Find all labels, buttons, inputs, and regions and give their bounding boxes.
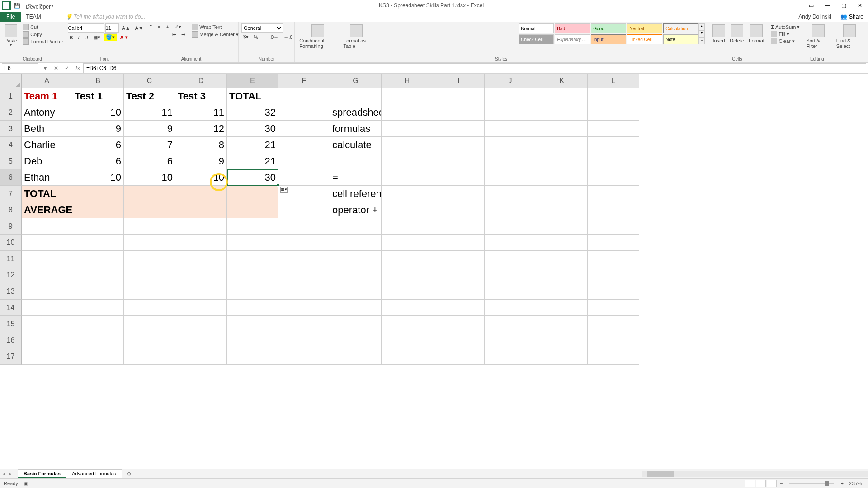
cell-K16[interactable]: [536, 332, 588, 348]
zoom-out-button[interactable]: −: [777, 481, 785, 486]
new-sheet-button[interactable]: ⊕: [125, 471, 134, 477]
cell-F14[interactable]: [278, 300, 330, 316]
fill-button[interactable]: Fill ▾: [769, 30, 802, 38]
cell-J11[interactable]: [485, 251, 536, 267]
cell-E15[interactable]: [227, 316, 278, 332]
col-header-J[interactable]: J: [485, 74, 536, 88]
cell-J1[interactable]: [485, 88, 536, 104]
row-header-17[interactable]: 17: [0, 348, 22, 365]
style-check-cell[interactable]: Check Cell: [519, 34, 554, 44]
underline-button[interactable]: U: [83, 34, 90, 41]
cell-E5[interactable]: 21: [227, 153, 278, 169]
cell-B15[interactable]: [72, 316, 124, 332]
cell-F12[interactable]: [278, 267, 330, 283]
spreadsheet-grid[interactable]: ABCDEFGHIJKL 1234567891011121314151617 T…: [0, 74, 868, 469]
formula-input[interactable]: [83, 63, 866, 73]
sheet-tab-advanced-formulas[interactable]: Advanced Formulas: [66, 469, 122, 478]
cell-F11[interactable]: [278, 251, 330, 267]
cell-H12[interactable]: [382, 267, 433, 283]
cell-J6[interactable]: [485, 169, 536, 186]
cell-H7[interactable]: [382, 186, 433, 202]
merge-center-button[interactable]: Merge & Center ▾: [190, 31, 241, 38]
name-box[interactable]: [2, 63, 38, 73]
cell-D3[interactable]: 12: [175, 121, 227, 137]
row-header-11[interactable]: 11: [0, 251, 22, 267]
wrap-text-button[interactable]: Wrap Text: [190, 23, 241, 31]
cell-L2[interactable]: [588, 104, 639, 121]
cell-L3[interactable]: [588, 121, 639, 137]
sheet-nav-next[interactable]: ▸: [7, 471, 14, 477]
cell-I12[interactable]: [433, 267, 485, 283]
cell-L8[interactable]: [588, 202, 639, 218]
cell-E1[interactable]: TOTAL: [227, 88, 278, 104]
cell-H5[interactable]: [382, 153, 433, 169]
row-header-3[interactable]: 3: [0, 121, 22, 137]
cell-C15[interactable]: [124, 316, 175, 332]
cell-F9[interactable]: [278, 218, 330, 235]
insert-cells-button[interactable]: Insert: [711, 23, 727, 44]
cell-I14[interactable]: [433, 300, 485, 316]
style-input[interactable]: Input: [591, 34, 626, 44]
cell-L7[interactable]: [588, 186, 639, 202]
cell-G2[interactable]: spreadsheets: [330, 104, 382, 121]
cell-B6[interactable]: 10: [72, 169, 124, 186]
cell-J3[interactable]: [485, 121, 536, 137]
row-headers[interactable]: 1234567891011121314151617: [0, 88, 22, 365]
enter-formula-button[interactable]: ✓: [61, 63, 72, 73]
row-header-14[interactable]: 14: [0, 300, 22, 316]
cell-B12[interactable]: [72, 267, 124, 283]
cell-F8[interactable]: [278, 202, 330, 218]
cell-F17[interactable]: [278, 348, 330, 365]
cell-K4[interactable]: [536, 137, 588, 153]
cell-H1[interactable]: [382, 88, 433, 104]
cell-L10[interactable]: [588, 235, 639, 251]
close-button[interactable]: ✕: [852, 0, 868, 11]
cell-G1[interactable]: [330, 88, 382, 104]
cell-L15[interactable]: [588, 316, 639, 332]
delete-cells-button[interactable]: Delete: [728, 23, 746, 44]
row-header-8[interactable]: 8: [0, 202, 22, 218]
cell-E11[interactable]: [227, 251, 278, 267]
cell-C3[interactable]: 9: [124, 121, 175, 137]
cell-D11[interactable]: [175, 251, 227, 267]
cell-G5[interactable]: [330, 153, 382, 169]
cell-C13[interactable]: [124, 283, 175, 300]
cell-F4[interactable]: [278, 137, 330, 153]
cell-C4[interactable]: 7: [124, 137, 175, 153]
cell-D9[interactable]: [175, 218, 227, 235]
cell-F13[interactable]: [278, 283, 330, 300]
font-color-button[interactable]: A▾: [118, 34, 130, 41]
cell-A6[interactable]: Ethan: [22, 169, 72, 186]
cancel-formula-button[interactable]: ✕: [51, 63, 61, 73]
cell-H8[interactable]: [382, 202, 433, 218]
cell-C14[interactable]: [124, 300, 175, 316]
cell-D2[interactable]: 11: [175, 104, 227, 121]
select-all-corner[interactable]: [0, 74, 22, 88]
cell-D5[interactable]: 9: [175, 153, 227, 169]
italic-button[interactable]: I: [76, 34, 81, 41]
decrease-indent-button[interactable]: ⇤: [170, 31, 178, 38]
cell-D17[interactable]: [175, 348, 227, 365]
paste-button[interactable]: Paste▾: [3, 23, 19, 48]
decrease-decimal-button[interactable]: ←.0: [282, 34, 294, 40]
cells-area[interactable]: Team 1Test 1Test 2Test 3TOTALAntony10111…: [22, 88, 639, 365]
cell-C6[interactable]: 10: [124, 169, 175, 186]
row-header-2[interactable]: 2: [0, 104, 22, 121]
cell-F10[interactable]: [278, 235, 330, 251]
conditional-formatting-button[interactable]: Conditional Formatting: [297, 23, 338, 50]
font-size-dropdown[interactable]: [105, 23, 119, 33]
cell-J14[interactable]: [485, 300, 536, 316]
cell-D6[interactable]: 10: [175, 169, 227, 186]
cell-D1[interactable]: Test 3: [175, 88, 227, 104]
cell-C7[interactable]: [124, 186, 175, 202]
cell-A1[interactable]: Team 1: [22, 88, 72, 104]
cell-I2[interactable]: [433, 104, 485, 121]
zoom-slider[interactable]: [789, 483, 834, 484]
cell-K12[interactable]: [536, 267, 588, 283]
row-header-6[interactable]: 6: [0, 169, 22, 186]
cell-D12[interactable]: [175, 267, 227, 283]
cell-I15[interactable]: [433, 316, 485, 332]
cell-B13[interactable]: [72, 283, 124, 300]
cell-I17[interactable]: [433, 348, 485, 365]
file-tab[interactable]: File: [0, 12, 21, 22]
